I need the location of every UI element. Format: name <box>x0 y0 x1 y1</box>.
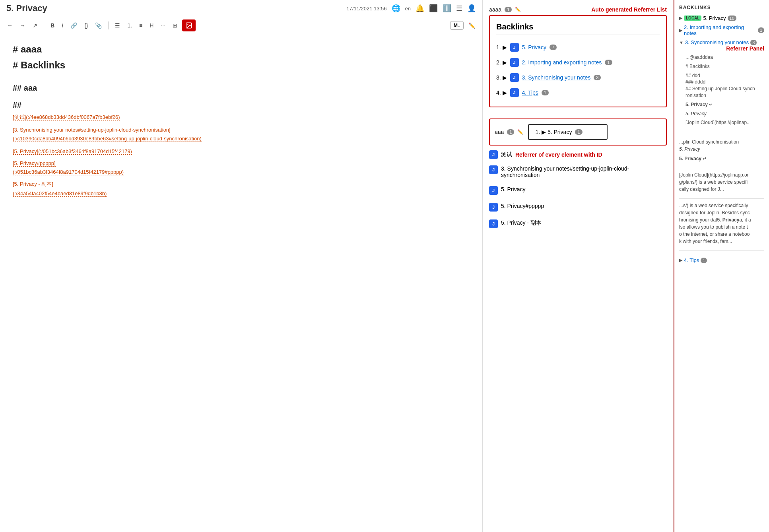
link-privacy-copy-url[interactable]: (:/34a54fa402f54e4baed81e89f9db1b8b) <box>13 190 107 197</box>
aaa-header: aaa 1 ✏️ <box>495 129 523 135</box>
preview-panel: aaaa 1 ✏️ Auto generated Referrer List B… <box>483 0 674 532</box>
sidebar-text-web-service: ...s/) is a web service specificallydesi… <box>679 202 764 245</box>
referrer-link-privacy[interactable]: 5. Privacy <box>501 186 525 192</box>
referrer-link-copy[interactable]: 5. Privacy - 副本 <box>501 219 542 227</box>
divider-2 <box>679 168 764 168</box>
toolbar: ← → ↗ B I 🔗 {} 📎 ☰ 1. ≡ H ··· ⊞ <box>0 17 482 34</box>
link-sync[interactable]: [3. Synchronising your notes#setting-up-… <box>13 127 171 133</box>
lang-label: en <box>405 6 411 12</box>
importing-link[interactable]: 2. Importing and exporting notes <box>684 24 756 36</box>
user-icon[interactable]: 👤 <box>467 4 476 13</box>
tips-count: 1 <box>701 258 707 263</box>
referrer-section: J 测试 Referrer of every element with ID J… <box>489 150 667 231</box>
referrer-item-ppppp: J 5. Privacy#ppppp <box>489 200 667 214</box>
divider-1 <box>679 135 764 135</box>
edit-toggle-button[interactable]: ✏️ <box>466 21 478 30</box>
menu-icon[interactable]: ☰ <box>456 4 462 13</box>
auto-generated-label: Auto generated Referrer List <box>591 6 667 13</box>
link-block-2: [3. Synchronising your notes#setting-up-… <box>13 126 470 133</box>
heading-button[interactable]: H <box>147 21 156 30</box>
referrer-label: Referrer of every element with ID <box>515 151 602 158</box>
back-button[interactable]: ← <box>5 21 15 30</box>
sidebar-text-cloud-sync: ...plin Cloud synchronisation 5. Privacy <box>679 138 764 153</box>
preview-aaaa-badge: 1 <box>505 7 512 12</box>
sync-sub-privacy-italic: 5. Privacy <box>685 111 764 117</box>
ordered-list-button[interactable]: 1. <box>125 21 134 30</box>
preview-aaaa-title: aaaa <box>489 6 501 13</box>
link-block-1: [测试](:/4ee868db33dd436dbf0067a7fb3ebf26) <box>13 114 470 121</box>
tips-link[interactable]: 4. Tips <box>684 257 699 263</box>
sync-link[interactable]: 3. Synchronising your notes <box>685 39 749 45</box>
backlink-link-1[interactable]: 5. Privacy <box>522 44 546 50</box>
external-link-button[interactable]: ↗ <box>30 21 40 30</box>
insert-button[interactable]: ⊞ <box>170 21 180 30</box>
referrer-link-sync[interactable]: 3. Synchronising your notes#setting-up-j… <box>501 165 667 178</box>
sidebar-item-local-privacy: ▶ LOCAL 5. Privacy 10 <box>679 15 764 21</box>
link-button[interactable]: 🔗 <box>68 21 80 30</box>
sidebar-item-sync-header[interactable]: ▼ 3. Synchronising your notes 3 <box>679 39 764 45</box>
sidebar-item-importing-header[interactable]: ▶ 2. Importing and exporting notes 1 <box>679 24 764 36</box>
item-num-2: 2. ▶ <box>496 59 507 66</box>
forward-button[interactable]: → <box>17 21 28 30</box>
separator-2 <box>108 21 109 29</box>
layout-icon[interactable]: ⬛ <box>429 4 438 13</box>
aaa-badge: 1 <box>507 129 514 135</box>
globe-icon[interactable]: 🌐 <box>392 4 400 13</box>
more-button[interactable]: ··· <box>158 21 168 30</box>
bullet-list-button[interactable]: ☰ <box>113 21 122 30</box>
referrer-item-copy: J 5. Privacy - 副本 <box>489 217 667 231</box>
referrer-item-privacy: J 5. Privacy <box>489 184 667 197</box>
edit-icon-aaaa[interactable]: ✏️ <box>515 7 521 12</box>
indent-button[interactable]: ≡ <box>137 21 145 30</box>
preview-aaaa: aaaa 1 ✏️ Auto generated Referrer List B… <box>489 6 667 112</box>
backlink-link-3[interactable]: 3. Synchronising your notes <box>522 74 591 81</box>
divider-4 <box>679 250 764 251</box>
sync-sub-joplin-link: [Joplin Cloud](https://joplinap... <box>685 119 764 126</box>
page-title: 5. Privacy <box>6 3 47 14</box>
sync-sub-ddd: ## ddd### dddd## Setting up Joplin Cloud… <box>685 72 764 99</box>
info-icon[interactable]: ℹ️ <box>443 4 451 13</box>
link-privacy-copy[interactable]: [5. Privacy - 副本] <box>13 181 53 187</box>
link-block-4: [5. Privacy#ppppp] <box>13 160 470 166</box>
header-bar: 5. Privacy 17/11/2021 13:56 🌐 en 🔔 ⬛ ℹ️ … <box>0 0 482 17</box>
backlinks-item-3: 3. ▶ J 3. Synchronising your notes 3 <box>496 70 660 85</box>
backlink-link-4[interactable]: 4. Tips <box>522 89 538 96</box>
link-test[interactable]: [测试](:/4ee868db33dd436dbf0067a7fb3ebf26) <box>13 114 120 120</box>
aaa-inner-badge: 1 <box>575 129 582 135</box>
aaa-title: aaa <box>495 129 504 135</box>
edit-icon-aaa[interactable]: ✏️ <box>517 129 523 135</box>
sidebar-item-tips: ▶ 4. Tips 1 <box>679 257 764 263</box>
backlink-link-2[interactable]: 2. Importing and exporting notes <box>522 59 602 66</box>
code-button[interactable]: {} <box>82 21 90 30</box>
bell-icon[interactable]: 🔔 <box>416 4 424 13</box>
markdown-button[interactable]: M↓ <box>450 21 464 30</box>
link-block-5: [5. Privacy - 副本] <box>13 181 470 188</box>
image-button[interactable] <box>182 19 196 31</box>
bold-button[interactable]: B <box>48 21 57 30</box>
link-privacy-ppppp[interactable]: [5. Privacy#ppppp] <box>13 160 56 167</box>
sidebar-item-local-header[interactable]: ▶ LOCAL 5. Privacy 10 <box>679 15 764 21</box>
attach-button[interactable]: 📎 <box>93 21 104 30</box>
sidebar-item-importing: ▶ 2. Importing and exporting notes 1 <box>679 24 764 36</box>
link-privacy[interactable]: [5. Privacy](:/051bc36ab3f3464f8a91704d1… <box>13 148 132 155</box>
local-privacy-text: 5. Privacy <box>703 15 726 21</box>
joplin-icon-3: J <box>510 73 519 82</box>
link-sync-url[interactable]: (:/c10390cda8db4094b6bd3930e89bbe63#sett… <box>13 136 202 142</box>
aaa-inner-box: 1. ▶ 5. Privacy 1 <box>528 124 608 140</box>
sidebar-item-sync: ▼ 3. Synchronising your notes 3 Referrer… <box>679 39 764 128</box>
sync-sub-privacy-bold: 5. Privacy ↵ <box>685 101 764 108</box>
backlinks-box: Backlinks 1. ▶ J 5. Privacy 7 2. ▶ J 2. … <box>489 15 667 107</box>
arrow-icon-3: ▼ <box>679 40 684 45</box>
sync-sub-aadddaa: ...@aadddaa <box>685 54 764 61</box>
italic-button[interactable]: I <box>59 21 66 30</box>
joplin-icon-2: J <box>510 58 519 67</box>
sync-sub: ...@aadddaa # Backlinks ## ddd### dddd##… <box>679 54 764 126</box>
joplin-icon-sync: J <box>489 165 498 174</box>
referrer-link-ppppp[interactable]: 5. Privacy#ppppp <box>501 203 544 209</box>
link-block-2b: (:/c10390cda8db4094b6bd3930e89bbe63#sett… <box>13 135 470 142</box>
link-privacy-ppppp-url[interactable]: (:/051bc36ab3f3464f8a91704d15f42179#pppp… <box>13 169 124 175</box>
sidebar-item-tips-header[interactable]: ▶ 4. Tips 1 <box>679 257 764 263</box>
joplin-icon-test: J <box>489 150 498 159</box>
joplin-icon-1: J <box>510 43 519 52</box>
backlinks-sidebar: BACKLINKS ▶ LOCAL 5. Privacy 10 ▶ 2. Imp… <box>674 0 769 532</box>
